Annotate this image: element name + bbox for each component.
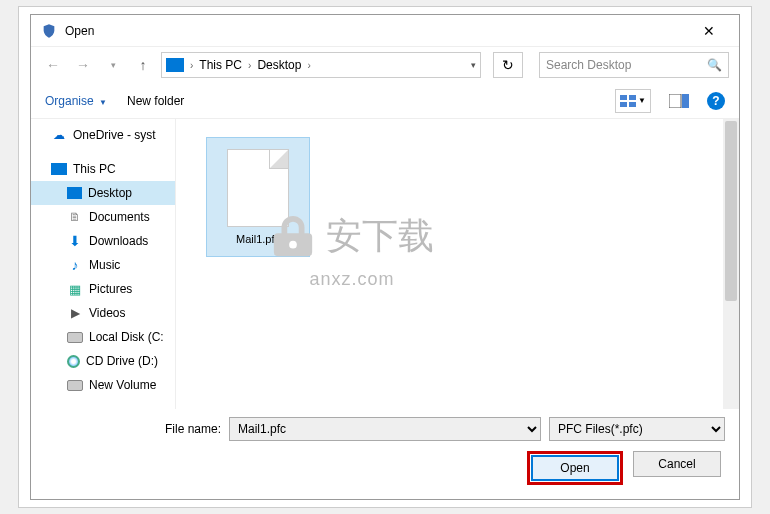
documents-icon: 🗎 (67, 210, 83, 224)
sidebar-item-documents[interactable]: 🗎Documents (31, 205, 175, 229)
navigation-tree: ☁OneDrive - syst This PC Desktop 🗎Docume… (31, 119, 176, 409)
cloud-icon: ☁ (51, 128, 67, 142)
new-folder-button[interactable]: New folder (127, 94, 184, 108)
dialog-title: Open (65, 24, 689, 38)
nav-toolbar: ← → ▾ ↑ › This PC › Desktop › ▾ ↻ Search… (31, 47, 739, 83)
command-bar: Organise ▼ New folder ▼ ? (31, 83, 739, 119)
disk-icon (67, 380, 83, 391)
desktop-icon (67, 187, 82, 199)
open-dialog: Open ✕ ← → ▾ ↑ › This PC › Desktop › ▾ ↻… (30, 14, 740, 500)
bottom-panel: File name: Mail1.pfc PFC Files(*.pfc) Op… (31, 409, 739, 499)
address-bar[interactable]: › This PC › Desktop › ▾ (161, 52, 481, 78)
svg-rect-4 (669, 94, 681, 108)
filename-input[interactable]: Mail1.pfc (229, 417, 541, 441)
open-button[interactable]: Open (531, 455, 619, 481)
sidebar-item-desktop[interactable]: Desktop (31, 181, 175, 205)
file-item[interactable]: Mail1.pfc (206, 137, 310, 257)
search-placeholder: Search Desktop (546, 58, 631, 72)
recent-dropdown[interactable]: ▾ (101, 53, 125, 77)
chevron-right-icon: › (307, 60, 310, 71)
outer-frame: Open ✕ ← → ▾ ↑ › This PC › Desktop › ▾ ↻… (18, 6, 752, 508)
svg-rect-0 (620, 95, 627, 100)
chevron-right-icon: › (248, 60, 251, 71)
sidebar-item-downloads[interactable]: ⬇Downloads (31, 229, 175, 253)
pictures-icon: ▦ (67, 282, 83, 296)
search-icon: 🔍 (707, 58, 722, 72)
sidebar-item-onedrive[interactable]: ☁OneDrive - syst (31, 123, 175, 147)
sidebar-item-videos[interactable]: ▶Videos (31, 301, 175, 325)
sidebar-item-thispc[interactable]: This PC (31, 157, 175, 181)
view-mode-button[interactable]: ▼ (615, 89, 651, 113)
sidebar-item-newvolume[interactable]: New Volume (31, 373, 175, 397)
sidebar-item-pictures[interactable]: ▦Pictures (31, 277, 175, 301)
close-button[interactable]: ✕ (689, 15, 729, 47)
videos-icon: ▶ (67, 306, 83, 320)
organise-menu[interactable]: Organise ▼ (45, 94, 107, 108)
app-shield-icon (41, 23, 57, 39)
open-highlight: Open (527, 451, 623, 485)
filename-label: File name: (165, 422, 221, 436)
help-button[interactable]: ? (707, 92, 725, 110)
pc-icon (51, 163, 67, 175)
file-icon (227, 149, 289, 227)
sidebar-item-music[interactable]: ♪Music (31, 253, 175, 277)
search-input[interactable]: Search Desktop 🔍 (539, 52, 729, 78)
svg-rect-3 (629, 102, 636, 107)
file-label: Mail1.pfc (236, 233, 280, 245)
svg-rect-5 (682, 94, 689, 108)
chevron-right-icon: › (190, 60, 193, 71)
svg-rect-2 (620, 102, 627, 107)
titlebar: Open ✕ (31, 15, 739, 47)
pc-icon (166, 58, 184, 72)
filetype-select[interactable]: PFC Files(*.pfc) (549, 417, 725, 441)
disk-icon (67, 332, 83, 343)
up-button[interactable]: ↑ (131, 53, 155, 77)
cancel-button[interactable]: Cancel (633, 451, 721, 477)
breadcrumb-root[interactable]: This PC (199, 58, 242, 72)
file-list-pane[interactable]: Mail1.pfc (176, 119, 739, 409)
downloads-icon: ⬇ (67, 234, 83, 248)
preview-pane-button[interactable] (661, 89, 697, 113)
content-scrollbar[interactable] (723, 119, 739, 409)
breadcrumb-folder[interactable]: Desktop (257, 58, 301, 72)
forward-button[interactable]: → (71, 53, 95, 77)
svg-rect-1 (629, 95, 636, 100)
sidebar-item-cddrive[interactable]: CD Drive (D:) (31, 349, 175, 373)
sidebar-item-localdisk[interactable]: Local Disk (C: (31, 325, 175, 349)
addressbar-dropdown[interactable]: ▾ (471, 60, 476, 70)
music-icon: ♪ (67, 258, 83, 272)
dialog-body: ☁OneDrive - syst This PC Desktop 🗎Docume… (31, 119, 739, 409)
cd-icon (67, 355, 80, 368)
back-button[interactable]: ← (41, 53, 65, 77)
refresh-button[interactable]: ↻ (493, 52, 523, 78)
